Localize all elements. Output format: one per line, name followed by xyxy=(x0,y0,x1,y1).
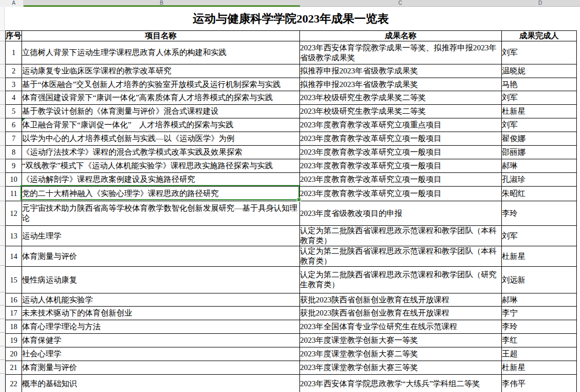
project-name-cell[interactable]: 未来技术驱动下的体育创新创业 xyxy=(22,307,300,320)
person-cell[interactable]: 杜新星 xyxy=(502,105,577,118)
row-index-cell[interactable]: 9 xyxy=(6,159,22,173)
person-cell[interactable]: 李红 xyxy=(502,334,577,347)
person-cell[interactable]: 孔淑珍 xyxy=(502,173,577,187)
person-cell[interactable]: 李伟平 xyxy=(502,375,577,392)
row-index-cell[interactable]: 8 xyxy=(6,146,22,159)
row-index-cell[interactable]: 1 xyxy=(6,41,22,64)
project-name-cell[interactable]: “双线教学”模式下《运动人体机能实验学》课程思政实施路径探索与实践 xyxy=(22,159,300,173)
header-cell-project[interactable]: 项目名称 xyxy=(22,31,300,41)
achievement-cell[interactable]: 2023年度省级教改项目的申报 xyxy=(300,201,502,226)
row-index-cell[interactable]: 16 xyxy=(6,293,22,307)
project-name-cell[interactable]: 体育强国建设背景下“康训一体化”高素质体育人才培养模式的探索与实践 xyxy=(22,91,300,105)
header-cell-achievement[interactable]: 成果名称 xyxy=(300,31,502,41)
project-name-cell[interactable]: 运动康复专业临床医学课程的教学改革研究 xyxy=(22,64,300,78)
achievement-cell[interactable]: 2023年度课堂教学创新大赛二等奖 xyxy=(300,347,502,361)
row-index-cell[interactable]: 6 xyxy=(6,118,22,132)
row-index-cell[interactable]: 10 xyxy=(6,173,22,187)
header-cell-person[interactable]: 成果完成人 xyxy=(502,31,577,41)
person-cell[interactable]: 温晓妮 xyxy=(502,64,577,78)
row-divider xyxy=(0,332,5,333)
person-cell[interactable]: 刘军 xyxy=(502,41,577,64)
project-name-cell[interactable]: 党的二十大精神融入《实验心理学》课程思政的路径研究 xyxy=(22,187,300,201)
column-header-a[interactable]: A xyxy=(6,0,22,7)
achievement-cell[interactable]: 2023年校级研究生教学成果奖二等奖 xyxy=(300,105,502,118)
row-index-cell[interactable]: 18 xyxy=(6,320,22,334)
row-index-cell[interactable]: 11 xyxy=(6,187,22,201)
fill-handle[interactable] xyxy=(297,198,301,202)
row-index-cell[interactable]: 20 xyxy=(6,347,22,361)
project-name-cell[interactable]: 《运动解剖学》课程思政案例建设及实施路径研究 xyxy=(22,173,300,187)
person-cell[interactable]: 李玲 xyxy=(502,201,577,226)
achievement-cell[interactable]: 认定为第二批陕西省课程思政示范课程和教学团队（研究生教育类） xyxy=(300,267,502,293)
person-cell[interactable]: 马艳 xyxy=(502,78,577,91)
achievement-cell[interactable]: 拟推荐申报2023年省级教学成果奖 xyxy=(300,78,502,91)
project-name-cell[interactable]: 体育测量与评价 xyxy=(22,361,300,375)
row-header-strip[interactable] xyxy=(0,7,5,392)
achievement-cell[interactable]: 获批2023陕西省创新创业教育在线开放课程 xyxy=(300,307,502,320)
achievement-cell[interactable]: 2023年度课堂教学创新大赛三等奖 xyxy=(300,361,502,375)
person-cell[interactable]: 刘军 xyxy=(502,91,577,105)
person-cell[interactable]: 朱昭红 xyxy=(502,187,577,201)
person-cell[interactable]: 王超 xyxy=(502,347,577,361)
project-name-cell[interactable]: 慢性病运动康复 xyxy=(22,267,300,293)
achievement-cell[interactable]: 2023年西安体育学院思政教学“大练兵”学科组二等奖 xyxy=(300,375,502,392)
project-name-cell[interactable]: 体育测量与评价 xyxy=(22,246,300,267)
project-name-cell[interactable]: 体育心理学理论与方法 xyxy=(22,320,300,334)
person-cell[interactable]: 刘军 xyxy=(502,226,577,246)
row-index-cell[interactable]: 13 xyxy=(6,226,22,246)
achievement-cell[interactable]: 2023年度教育教学改革研究立项一般项目 xyxy=(300,146,502,159)
table-row: 7以学为中心的人才培养模式创新与实践—以《运动医学》为例2023年度教育教学改革… xyxy=(6,132,577,146)
project-name-cell[interactable]: 《运动疗法技术学》课程的混合式教学模式改革实践及效果探索 xyxy=(22,146,300,159)
achievement-cell[interactable]: 2023年度课堂教学创新大赛一等奖 xyxy=(300,334,502,347)
project-name-cell[interactable]: 社会心理学 xyxy=(22,347,300,361)
header-cell-index[interactable]: 序号 xyxy=(6,31,22,41)
person-cell[interactable]: 李宁 xyxy=(502,307,577,320)
project-name-cell[interactable]: 运动生理学 xyxy=(22,226,300,246)
achievement-cell[interactable]: 2023年校级研究生教学成果奖二等奖 xyxy=(300,91,502,105)
row-index-cell[interactable]: 15 xyxy=(6,267,22,293)
row-index-cell[interactable]: 12 xyxy=(6,201,22,226)
person-cell[interactable]: 刘远新 xyxy=(502,267,577,293)
achievement-cell[interactable]: 拟推荐申报2023年省级教学成果奖 xyxy=(300,64,502,78)
achievement-cell[interactable]: 2023年全国体育专业学位研究生在线示范课程 xyxy=(300,320,502,334)
person-cell[interactable]: 杜新星 xyxy=(502,246,577,267)
project-name-cell[interactable]: 基于“体医融合”交叉创新人才培养的实验室开放模式及运行机制探索与实践 xyxy=(22,78,300,91)
person-cell[interactable]: 刘军 xyxy=(502,118,577,132)
row-index-cell[interactable]: 3 xyxy=(6,78,22,91)
project-name-cell[interactable]: 基于教学设计创新的《体育测量与评价》混合式课程建设 xyxy=(22,105,300,118)
achievement-cell[interactable]: 2023年度教育教学改革研究立项一般项目 xyxy=(300,173,502,187)
row-index-cell[interactable]: 2 xyxy=(6,64,22,78)
sheet-title[interactable]: 运动与健康科学学院2023年成果一览表 xyxy=(5,7,576,30)
project-name-cell[interactable]: 概率的基础知识 xyxy=(22,375,300,392)
row-index-cell[interactable]: 4 xyxy=(6,91,22,105)
row-index-cell[interactable]: 21 xyxy=(6,361,22,375)
row-index-cell[interactable]: 5 xyxy=(6,105,22,118)
person-cell[interactable]: 翟俊娜 xyxy=(502,132,577,146)
row-index-cell[interactable]: 19 xyxy=(6,334,22,347)
person-cell[interactable]: 郝琳 xyxy=(502,159,577,173)
person-cell[interactable]: 邵丽娜 xyxy=(502,146,577,159)
row-index-cell[interactable]: 14 xyxy=(6,246,22,267)
achievement-cell[interactable]: 2023年度教育教学改革研究立项重点项目 xyxy=(300,118,502,132)
column-header-c[interactable]: C xyxy=(392,0,408,7)
achievement-cell[interactable]: 认定为第二批陕西省课程思政示范课程和教学团队（本科教育类） xyxy=(300,246,502,267)
project-name-cell[interactable]: 以学为中心的人才培养模式创新与实践—以《运动医学》为例 xyxy=(22,132,300,146)
achievement-cell[interactable]: 获批2023陕西省创新创业教育在线开放课程 xyxy=(300,293,502,307)
project-name-cell[interactable]: 立德树人背景下运动生理学课程思政育人体系的构建和实践 xyxy=(22,41,300,64)
project-name-cell[interactable]: 体育保健学 xyxy=(22,334,300,347)
achievement-cell[interactable]: 2023年度教育教学改革研究立项一般项目 xyxy=(300,159,502,173)
achievement-cell[interactable]: 认定为第二批陕西省课程思政示范课程和教学团队（本科教育类） xyxy=(300,226,502,246)
row-index-cell[interactable]: 17 xyxy=(6,307,22,320)
person-cell[interactable]: 杜新星 xyxy=(502,361,577,375)
column-header-d[interactable]: D xyxy=(532,0,548,7)
person-cell[interactable]: 李玲 xyxy=(502,320,577,334)
row-index-cell[interactable]: 22 xyxy=(6,375,22,392)
project-name-cell[interactable]: 元宇宙技术助力陕西省高等学校体育教学数智化创新发展研究—基于具身认知理论 xyxy=(22,201,300,226)
achievement-cell[interactable]: 2023年度教育教学改革研究立项一般项目 xyxy=(300,132,502,146)
person-cell[interactable]: 郝琳 xyxy=(502,293,577,307)
achievement-cell[interactable]: 2023年度教育教学改革研究立项一般项目 xyxy=(300,187,502,201)
project-name-cell[interactable]: 体卫融合背景下“康训促一体化” 人才培养模式的探索与实践 xyxy=(22,118,300,132)
achievement-cell[interactable]: 2023年西安体育学院教学成果一等奖、拟推荐申报2023年省级教学成果奖 xyxy=(300,41,502,64)
project-name-cell[interactable]: 运动人体机能实验学 xyxy=(22,293,300,307)
row-index-cell[interactable]: 7 xyxy=(6,132,22,146)
